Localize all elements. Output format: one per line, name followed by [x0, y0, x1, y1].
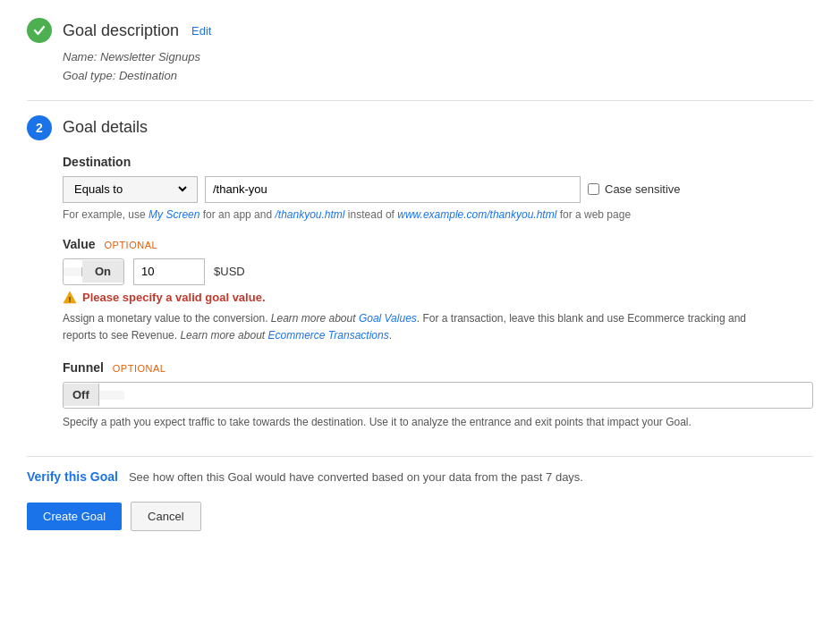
funnel-on-side[interactable]: [99, 391, 124, 400]
goal-name-row: Name: Newsletter Signups: [63, 48, 813, 67]
destination-row: Equals to Begins with Regular expression…: [63, 176, 813, 203]
value-input[interactable]: [133, 258, 205, 285]
funnel-section: Funnel OPTIONAL Off Specify a path you e…: [63, 360, 813, 431]
toggle-on-side[interactable]: On: [82, 260, 123, 283]
verify-description: See how often this Goal would have conve…: [129, 470, 583, 484]
goal-values-link[interactable]: Goal Values: [359, 312, 417, 325]
case-sensitive-checkbox[interactable]: [588, 183, 599, 195]
section1-header: Goal description Edit: [27, 18, 813, 43]
value-label: Value OPTIONAL: [63, 237, 813, 251]
name-label: Name:: [63, 50, 97, 63]
goal-type-row: Goal type: Destination: [63, 67, 813, 86]
error-message: ! Please specify a valid goal value.: [63, 291, 813, 305]
destination-field: Destination Equals to Begins with Regula…: [63, 155, 813, 221]
funnel-toggle[interactable]: Off: [63, 382, 813, 409]
goal-type-value: Destination: [119, 69, 177, 82]
edit-link[interactable]: Edit: [191, 24, 211, 38]
destination-input[interactable]: [205, 176, 581, 203]
number-circle: 2: [27, 115, 52, 140]
equals-to-select[interactable]: Equals to Begins with Regular expression: [71, 182, 190, 197]
value-toggle-row: On $USD: [63, 258, 813, 285]
section1-meta: Name: Newsletter Signups Goal type: Dest…: [63, 48, 813, 86]
toggle-off-side[interactable]: [64, 267, 82, 276]
create-goal-button[interactable]: Create Goal: [27, 503, 122, 530]
value-toggle[interactable]: On: [63, 258, 124, 285]
my-screen-link[interactable]: My Screen: [148, 208, 199, 221]
section1-title: Goal description: [63, 21, 179, 40]
thankyou-html-link[interactable]: /thankyou.html: [275, 208, 344, 221]
verify-goal-link[interactable]: Verify this Goal: [27, 469, 118, 484]
assign-text: Assign a monetary value to the conversio…: [63, 310, 778, 344]
funnel-optional: OPTIONAL: [113, 363, 166, 374]
section2-header: 2 Goal details: [27, 115, 813, 140]
destination-hint: For example, use My Screen for an app an…: [63, 208, 813, 221]
check-circle: [27, 18, 52, 43]
equals-to-dropdown[interactable]: Equals to Begins with Regular expression: [63, 176, 198, 203]
value-section: Value OPTIONAL On $USD ! Please specify …: [63, 237, 813, 344]
buttons-row: Create Goal Cancel: [27, 502, 813, 531]
name-value: Newsletter Signups: [100, 50, 200, 63]
case-sensitive-label[interactable]: Case sensitive: [605, 182, 681, 196]
warning-icon: !: [63, 291, 77, 305]
svg-text:!: !: [69, 294, 72, 303]
verify-row: Verify this Goal See how often this Goal…: [27, 469, 813, 484]
currency-label: $USD: [214, 265, 245, 278]
funnel-label: Funnel OPTIONAL: [63, 360, 813, 375]
funnel-off-side[interactable]: Off: [64, 384, 99, 406]
cancel-button[interactable]: Cancel: [131, 502, 200, 531]
ecommerce-link[interactable]: Ecommerce Transactions: [268, 329, 389, 342]
case-sensitive-row: Case sensitive: [588, 182, 681, 196]
section2-content: Destination Equals to Begins with Regula…: [63, 155, 813, 432]
funnel-hint: Specify a path you expect traffic to tak…: [63, 414, 778, 431]
example-url-link[interactable]: www.example.com/thankyou.html: [397, 208, 556, 221]
divider1: [27, 100, 813, 101]
value-optional: OPTIONAL: [104, 240, 157, 250]
verify-section: Verify this Goal See how often this Goal…: [27, 456, 813, 484]
destination-label: Destination: [63, 155, 813, 169]
goal-type-label: Goal type:: [63, 69, 115, 82]
section2-title: Goal details: [63, 118, 148, 137]
